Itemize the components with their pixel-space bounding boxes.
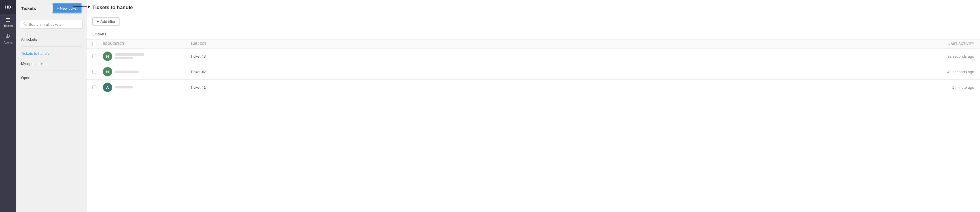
header-checkbox[interactable] — [92, 42, 96, 46]
row-checkbox-2[interactable] — [92, 70, 96, 74]
sidebar-item-tickets-to-handle[interactable]: Tickets to handle — [16, 48, 86, 59]
search-icon — [23, 22, 27, 27]
name-line-2 — [115, 57, 133, 59]
sidebar-item-all-tickets[interactable]: All tickets — [16, 34, 86, 45]
name-line-1 — [115, 71, 138, 73]
requester-cell-1: A — [103, 83, 191, 92]
tickets-icon: ☰ — [6, 17, 11, 23]
tickets-count: 3 tickets — [86, 29, 980, 40]
filter-bar: + Add filter — [86, 14, 980, 29]
requester-cell-3: H — [103, 51, 191, 61]
header-checkbox-cell — [92, 42, 103, 46]
agents-icon — [6, 34, 11, 40]
subject-cell-1: Ticket #1 — [191, 85, 916, 90]
nav-item-agents[interactable]: Agents — [0, 31, 16, 47]
svg-point-0 — [7, 34, 8, 35]
search-input[interactable] — [29, 22, 80, 27]
table-row[interactable]: H Ticket #3 32 seconds ago — [86, 48, 980, 64]
table-row[interactable]: H Ticket #2 49 seconds ago — [86, 64, 980, 80]
sidebar-item-my-open-tickets[interactable]: My open tickets — [16, 59, 86, 69]
tickets-table: REQUESTER SUBJECT LAST ACTIVITY H Ticket… — [86, 40, 980, 212]
header-requester: REQUESTER — [103, 42, 191, 46]
last-activity-cell-1: 1 minute ago — [916, 85, 974, 90]
sidebar: Tickets + New ticket All tickets Tickets… — [16, 0, 86, 212]
page-title: Tickets to handle — [92, 5, 974, 11]
search-box — [16, 17, 86, 32]
requester-name-2 — [115, 71, 138, 73]
row-checkbox-3[interactable] — [92, 54, 96, 58]
add-filter-label: Add filter — [100, 19, 115, 24]
header-last-activity: LAST ACTIVITY — [916, 42, 974, 46]
last-activity-cell-2: 49 seconds ago — [916, 70, 974, 74]
nav-label-tickets: Tickets — [3, 24, 13, 27]
sidebar-nav: All tickets Tickets to handle My open ti… — [16, 32, 86, 212]
sidebar-title: Tickets — [21, 6, 36, 11]
arrow-indicator — [73, 5, 90, 8]
requester-cell-2: H — [103, 67, 191, 76]
table-row[interactable]: A Ticket #1 1 minute ago — [86, 80, 980, 95]
nav-label-agents: Agents — [3, 41, 13, 44]
avatar-1: A — [103, 83, 112, 92]
table-header: REQUESTER SUBJECT LAST ACTIVITY — [86, 40, 980, 48]
main-header: Tickets to handle — [86, 0, 980, 14]
sidebar-divider-2 — [21, 71, 81, 71]
avatar-2: H — [103, 67, 112, 76]
svg-point-2 — [24, 22, 26, 25]
arrow-head — [88, 5, 90, 8]
name-line-1 — [115, 86, 133, 88]
sidebar-divider-1 — [21, 46, 81, 47]
svg-line-3 — [26, 25, 27, 26]
main-content: Tickets to handle + Add filter 3 tickets… — [86, 0, 980, 212]
requester-name-3 — [115, 53, 144, 59]
search-input-wrap — [20, 20, 83, 29]
name-line-1 — [115, 53, 144, 56]
left-nav: HD ☰ Tickets Agents — [0, 0, 16, 212]
last-activity-cell-3: 32 seconds ago — [916, 54, 974, 59]
svg-point-1 — [9, 35, 10, 36]
row-checkbox-cell-1 — [92, 85, 103, 89]
row-checkbox-cell-3 — [92, 54, 103, 58]
nav-logo: HD — [0, 0, 16, 14]
subject-cell-3: Ticket #3 — [191, 54, 916, 59]
nav-item-tickets[interactable]: ☰ Tickets — [0, 14, 16, 31]
arrow-line — [73, 6, 88, 7]
row-checkbox-cell-2 — [92, 70, 103, 74]
header-subject: SUBJECT — [191, 42, 916, 46]
subject-cell-2: Ticket #2 — [191, 70, 916, 74]
requester-name-1 — [115, 86, 133, 88]
add-filter-button[interactable]: + Add filter — [92, 17, 120, 26]
sidebar-item-open[interactable]: Open — [16, 72, 86, 83]
sidebar-header: Tickets + New ticket — [16, 0, 86, 17]
avatar-3: H — [103, 51, 112, 61]
row-checkbox-1[interactable] — [92, 85, 96, 89]
plus-icon: + — [97, 19, 99, 24]
